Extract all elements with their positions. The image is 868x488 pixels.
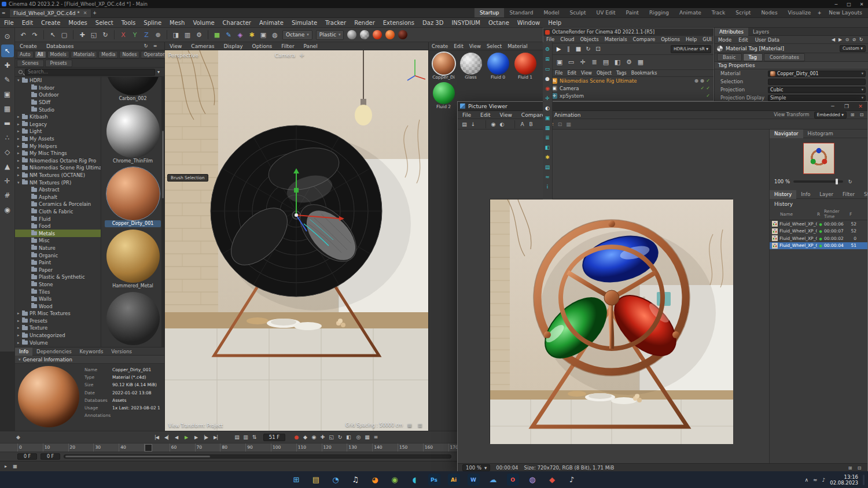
menu-item[interactable]: Character [219,18,255,28]
object-manager-menu-item[interactable]: View [579,71,594,76]
start-icon[interactable]: ⊞ [290,474,303,486]
info-tab[interactable]: Versions [107,347,136,356]
render-settings-icon[interactable]: ⚙ [193,29,205,40]
next-frame-icon[interactable]: ▶ [191,432,201,442]
environment-icon[interactable]: ◍ [269,29,281,40]
tree-item[interactable]: Paper [15,266,101,273]
history-row[interactable]: Fluid_Wheel_XP_OC ● 00:00:02 0 [770,235,867,242]
minimize-button[interactable]: ─ [830,2,843,7]
panel-options-icon[interactable]: ≡ [150,43,160,49]
camera-icon[interactable]: ▣ [258,29,269,40]
info-icon[interactable]: i [543,182,552,191]
standard-material-icon[interactable] [347,30,356,39]
layout-tab[interactable]: Script [730,8,756,17]
camera-view-icon[interactable]: ▣ [554,57,565,68]
material-swatch[interactable]: Glass [457,53,484,80]
octane-material-dropdown[interactable]: Octane ▾ [282,30,312,40]
tree-item[interactable]: Legacy [15,121,101,128]
info-tab[interactable]: Dependencies [32,347,76,356]
layout-tab[interactable]: Model [538,8,564,17]
ai-light-icon[interactable]: ✱ [543,153,552,162]
autokey-icon[interactable]: ◉ [310,433,318,441]
points-mode-icon[interactable]: ∴ [1,131,14,144]
sidebar-tab[interactable]: Histogram [803,130,838,138]
menu-item[interactable]: Mesh [165,18,189,28]
ab-split-icon[interactable]: ◐ [498,120,506,128]
tree-item[interactable]: Tiles [15,288,101,295]
render-start-icon[interactable]: ▶ [554,45,564,54]
grid-icon[interactable]: ▦ [564,120,573,128]
menu-item[interactable]: Tracker [321,18,350,28]
tree-item[interactable]: Walls [15,295,101,303]
tree-item[interactable]: Uncategorized [15,332,101,339]
preview-range-slider[interactable] [64,454,451,459]
illustrator-icon[interactable]: Ai [448,474,460,486]
tree-item[interactable]: NM Textures (OCTANE) [15,172,101,179]
check-icon[interactable]: ✓ [701,86,705,91]
sidebar-tab[interactable]: Navigator [770,130,803,138]
separator[interactable] [205,30,208,39]
section-tab[interactable]: Tag [743,53,763,61]
create-menu[interactable]: Create [15,43,42,49]
menu-item[interactable]: Modes [64,18,91,28]
viewport-menu-item[interactable]: Filter [277,43,299,49]
material-menu-item[interactable]: View [466,43,484,49]
object-manager-menu-item[interactable]: File [553,71,565,76]
octane-menu-item[interactable]: Options [658,36,683,42]
viewport-label[interactable]: Perspective [168,53,198,58]
material-menu-item[interactable]: Material [505,43,531,49]
tree-item[interactable]: Metals [15,230,101,237]
fullscreen-icon[interactable]: ⊡ [556,120,564,128]
viewport-menu-item[interactable]: Panel [299,43,322,49]
pin-icon[interactable]: ⊡ [858,112,865,118]
zoom-tool-icon[interactable]: ⊙ [1,30,14,43]
material-menu-item[interactable]: Select [484,43,505,49]
separator[interactable] [506,120,515,128]
material-picker-icon[interactable]: ◉ [543,84,552,93]
maximize-button[interactable]: ❐ [840,103,854,109]
tree-item[interactable]: My Misc Things [15,150,101,157]
tree-item[interactable]: Paint [15,259,101,267]
picker-icon[interactable]: ✛ [577,57,589,68]
menu-item[interactable]: Octane [484,18,513,28]
parameter-key-icon[interactable]: ◧ [344,433,353,441]
light-icon[interactable]: ✱ [246,29,258,40]
tree-item[interactable]: Kitbash [15,113,101,121]
photoshop-icon[interactable]: Ps [428,474,440,486]
panel-tab[interactable]: Layers [748,28,774,36]
object-row[interactable]: ▣ Camera ✓✓ [543,84,713,92]
octane-icon[interactable]: ◆ [546,474,558,486]
add-layout-icon[interactable]: + [816,10,823,16]
tree-item[interactable]: NM Textures (PR) [15,179,101,186]
camera-move-icon[interactable]: ✛ [300,53,304,58]
tree-item[interactable]: Light [15,128,101,135]
sidebar-section-tab[interactable]: Info [796,190,815,199]
model-mode-icon[interactable]: ▣ [1,88,14,101]
tree-item[interactable]: Nikomedias Octane Rig Pro [15,157,101,165]
section-tab[interactable]: Basic [717,53,742,61]
rotate-icon[interactable]: ↻ [100,29,111,40]
check-icon[interactable]: ✓ [706,86,710,91]
plastic-material-dropdown[interactable]: Plastic ▾ [316,30,344,40]
subsample-icon[interactable]: ▤ [543,162,552,172]
grid-toggle-icon[interactable]: ▦ [406,422,413,428]
notification-button[interactable] [863,475,865,485]
prev-frame-icon[interactable]: ◀ [171,432,181,442]
object-manager-menu-item[interactable]: Edit [565,71,579,76]
taskbar-clock[interactable]: 13:16 02.08.2023 [830,474,858,486]
object-manager-menu-item[interactable]: Tags [614,71,629,76]
asset-thumbnail[interactable]: Copper_Dirty_001 [101,165,164,227]
layout-tab[interactable]: Paint [621,8,644,17]
tree-item[interactable]: Nature [15,245,101,252]
menu-item[interactable]: Volume [189,18,218,28]
filter-button[interactable]: Materials [71,51,98,58]
passes-icon[interactable]: ▤ [600,57,612,68]
edit-menu[interactable]: Edit [735,37,751,43]
menu-item[interactable]: Window [513,18,544,28]
next-key-icon[interactable]: |▶ [201,432,211,442]
presets-filter-button[interactable]: Presets [45,60,72,67]
lock-icon[interactable]: ⊘ [851,36,858,43]
close-button[interactable]: ✕ [855,2,868,7]
object-manager-menu-item[interactable]: Object [594,71,614,76]
material-link-field[interactable]: Copper_Dirty_001 ▾ [768,71,866,77]
